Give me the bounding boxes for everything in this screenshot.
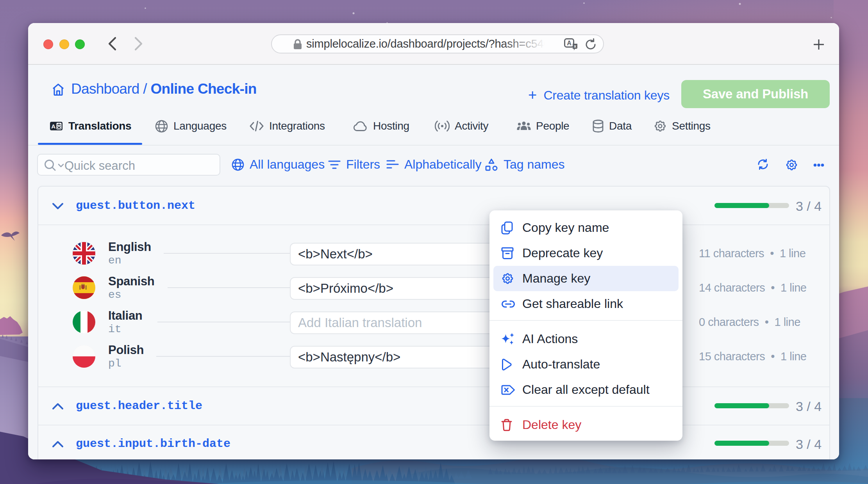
svg-text:A: A	[567, 40, 572, 46]
svg-text:x: x	[574, 44, 577, 48]
svg-text:A: A	[51, 123, 55, 130]
